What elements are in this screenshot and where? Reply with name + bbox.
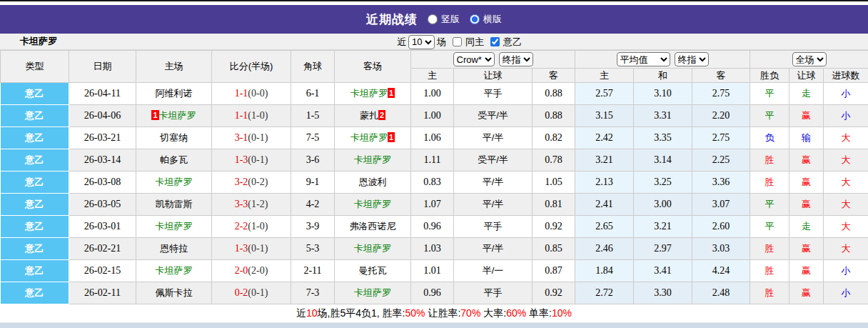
handicap-stage-select[interactable]: 终指: [499, 52, 533, 66]
summary-footer: 近10场,胜5平4负1, 胜率:50% 让胜率:70% 大率:60% 单率:10…: [0, 304, 868, 322]
winlose-result-cell: 平: [750, 216, 789, 238]
handicap-line-cell: 平手: [454, 83, 533, 105]
score-cell: 1-1(1-0): [212, 105, 291, 127]
home-team-cell: 卡坦萨罗: [136, 172, 212, 194]
home-team-name: 卡坦萨罗: [156, 265, 193, 276]
avg-home-odds-cell: 2.57: [575, 83, 634, 105]
winlose-result-cell: 平: [750, 194, 789, 216]
avg-home-odds-cell: 2.13: [575, 172, 634, 194]
table-row: 意乙26-03-08卡坦萨罗3-2(0-2)9-1恩波利0.83平/半1.052…: [1, 172, 868, 194]
goals-result-cell: 大: [824, 238, 868, 260]
horizontal-radio[interactable]: [470, 14, 480, 24]
score-cell: 1-3(0-1): [212, 238, 291, 260]
home-team-cell: 凯勒雷斯: [136, 194, 212, 216]
same-home-label: 同主: [465, 36, 484, 49]
league-cell: 意乙: [1, 127, 69, 149]
score-cell: 3-2(0-2): [212, 172, 291, 194]
league-cell: 意乙: [1, 260, 69, 282]
summary-stat-value: 50%: [405, 307, 425, 319]
fulltime-score: 3-2: [235, 177, 248, 187]
summary-stat-value: 10%: [552, 307, 572, 319]
score-cell: 1-1(0-0): [212, 83, 291, 105]
handicap-result-cell: 输: [789, 127, 824, 149]
handicap-line-cell: 平/半: [454, 127, 533, 149]
home-team-name: 切塞纳: [160, 132, 188, 143]
goals-result-cell: 大: [824, 194, 868, 216]
goals-result-cell: 大: [824, 172, 868, 194]
col-header-score: 比分(半场): [212, 51, 291, 83]
fulltime-score: 2-2: [235, 221, 248, 232]
away-team-cell: 卡坦萨罗1: [335, 127, 411, 149]
avg-home-odds-cell: 2.46: [575, 238, 634, 260]
summary-stat-label: 近: [296, 307, 306, 319]
summary-stat-label: 场,胜5平4负1, 胜率:: [318, 307, 405, 319]
result-group-header: 全场: [750, 51, 868, 69]
average-odds-select[interactable]: 平均值: [617, 52, 670, 66]
corner-cell: 7-3: [291, 282, 335, 304]
avg-away-odds-cell: 4.24: [692, 260, 750, 282]
handicap-away-odds-cell: 0.88: [533, 105, 575, 127]
corner-cell: 2-11: [291, 260, 335, 282]
average-odds-group-header: 平均值终指: [575, 51, 750, 69]
winlose-result-cell: 胜: [750, 238, 789, 260]
avg-home-odds-cell: 3.21: [575, 149, 634, 172]
match-count-select[interactable]: 10: [408, 35, 435, 49]
vertical-radio[interactable]: [428, 14, 438, 24]
league-filter-label: 意乙: [503, 36, 522, 49]
handicap-home-odds-cell: 1.00: [411, 105, 454, 127]
goals-result-cell: 小: [824, 282, 868, 304]
away-team-cell: 蒙扎2: [335, 105, 411, 127]
home-team-cell: 1卡坦萨罗: [136, 105, 212, 127]
handicap-home-odds-cell: 1.01: [411, 260, 454, 282]
summary-stat-value: 60%: [506, 307, 526, 319]
fulltime-score: 2-0: [235, 265, 248, 276]
avg-draw-odds-cell: 3.41: [634, 260, 692, 282]
odds-company-select[interactable]: Crow*: [453, 52, 495, 66]
corner-cell: 9-1: [291, 172, 335, 194]
topbar: 近期战绩 竖版 横版: [0, 5, 868, 34]
date-cell: 26-04-06: [69, 105, 136, 127]
avg-home-odds-cell: 2.42: [575, 127, 634, 149]
vertical-radio-label: 竖版: [441, 13, 460, 26]
table-row: 意乙26-03-01卡坦萨罗2-2(1-0)3-9弗洛西诺尼0.96平手0.92…: [1, 216, 868, 238]
average-stage-select[interactable]: 终指: [675, 52, 709, 66]
handicap-home-odds-cell: 1.03: [411, 238, 454, 260]
date-cell: 26-03-08: [69, 172, 136, 194]
goals-result-cell: 小: [824, 260, 868, 282]
corner-cell: 7-5: [291, 127, 335, 149]
layout-option-vertical[interactable]: 竖版: [428, 13, 460, 26]
handicap-result-cell: 赢: [789, 194, 824, 216]
avg-away-odds-cell: 2.75: [692, 83, 750, 105]
home-team-name: 佩斯卡拉: [156, 287, 193, 298]
away-team-cell: 卡坦萨罗1: [335, 83, 411, 105]
full-match-select[interactable]: 全场: [792, 52, 827, 66]
halftime-score: (1-2): [248, 199, 268, 209]
home-team-name: 恩特拉: [160, 243, 188, 254]
layout-option-horizontal[interactable]: 横版: [470, 13, 502, 26]
halftime-score: (0-1): [248, 154, 268, 165]
away-team-cell: 卡坦萨罗: [335, 238, 411, 260]
avg-draw-odds-cell: 3.30: [634, 282, 692, 304]
halftime-score: (0-1): [248, 287, 268, 298]
table-row: 意乙26-03-21切塞纳3-1(0-1)7-5卡坦萨罗11.06平/半0.82…: [1, 127, 868, 149]
bottom-strip: [0, 322, 868, 328]
table-row: 意乙26-02-21恩特拉1-3(0-1)5-3卡坦萨罗1.03平/半0.852…: [1, 238, 868, 260]
corner-cell: 4-2: [291, 194, 335, 216]
goals-result-cell: 大: [824, 216, 868, 238]
score-cell: 1-3(0-1): [212, 149, 291, 172]
league-filter-checkbox[interactable]: [490, 37, 500, 46]
summary-stat-value: 70%: [460, 307, 480, 319]
handicap-home-odds-cell: 1.00: [411, 83, 454, 105]
league-cell: 意乙: [1, 194, 69, 216]
date-cell: 26-03-14: [69, 149, 136, 172]
handicap-result-cell: 赢: [789, 260, 824, 282]
col-header-avg-away: 客: [692, 69, 750, 83]
halftime-score: (0-1): [248, 132, 268, 143]
home-team-cell: 佩斯卡拉: [136, 282, 212, 304]
avg-home-odds-cell: 2.41: [575, 194, 634, 216]
col-header-handicap-home: 主: [411, 69, 454, 83]
away-team-name: 卡坦萨罗: [354, 154, 391, 165]
same-home-checkbox[interactable]: [453, 37, 462, 46]
away-team-name: 卡坦萨罗: [354, 287, 391, 298]
goals-result-cell: 小: [824, 105, 868, 127]
